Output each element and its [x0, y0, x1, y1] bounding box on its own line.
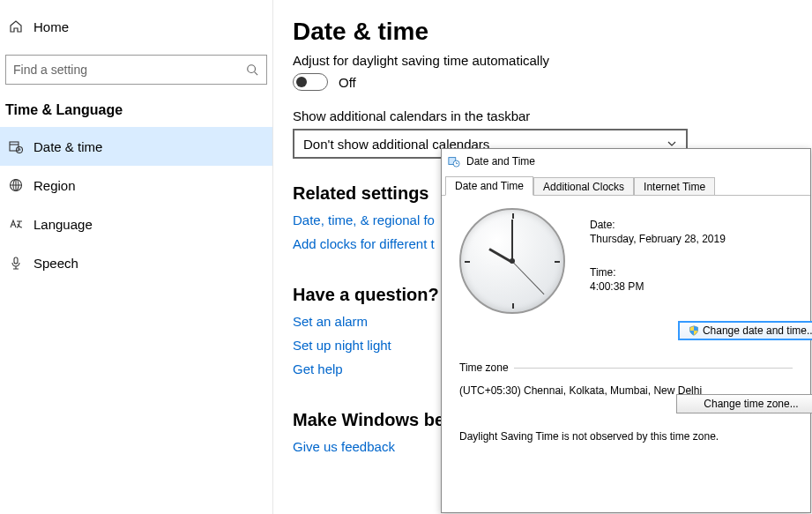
tab-internet-time[interactable]: Internet Time	[634, 177, 715, 196]
change-time-zone-label: Change time zone...	[704, 398, 798, 410]
sidebar-section-title: Time & Language	[5, 102, 272, 118]
sidebar-item-date-time[interactable]: Date & time	[0, 127, 272, 166]
timezone-heading: Time zone	[459, 361, 509, 374]
change-date-time-button[interactable]: Change date and time...	[678, 321, 812, 340]
page-title: Date & time	[293, 18, 812, 46]
dialog-tabs: Date and Time Additional Clocks Internet…	[442, 174, 810, 195]
dst-label: Adjust for daylight saving time automati…	[293, 53, 812, 68]
search-settings[interactable]	[5, 55, 267, 85]
svg-rect-1	[10, 142, 19, 151]
link-feedback[interactable]: Give us feedback	[293, 439, 395, 454]
analog-clock	[459, 208, 565, 314]
calendars-label: Show additional calendars in the taskbar	[293, 108, 812, 123]
clock-calendar-icon	[447, 154, 461, 168]
calendar-clock-icon	[9, 139, 23, 153]
sidebar-item-label: Region	[34, 178, 76, 193]
dst-toggle[interactable]	[293, 73, 328, 91]
link-get-help[interactable]: Get help	[293, 361, 343, 376]
dst-state: Off	[339, 75, 356, 90]
divider	[514, 368, 793, 369]
time-label: Time:	[590, 266, 726, 279]
time-value: 4:00:38 PM	[590, 280, 726, 293]
tab-additional-clocks[interactable]: Additional Clocks	[533, 177, 634, 196]
search-input[interactable]	[13, 63, 245, 77]
change-time-zone-button[interactable]: Change time zone...	[676, 394, 812, 413]
search-icon	[245, 63, 259, 77]
link-regional-format[interactable]: Date, time, & regional fo	[293, 212, 435, 227]
language-icon	[9, 217, 23, 231]
svg-point-0	[248, 65, 256, 73]
change-date-time-label: Change date and time...	[703, 324, 812, 337]
link-set-alarm[interactable]: Set an alarm	[293, 314, 368, 329]
sidebar-item-label: Language	[34, 217, 93, 232]
date-value: Thursday, February 28, 2019	[590, 233, 726, 245]
sidebar-item-region[interactable]: Region	[0, 166, 272, 205]
sidebar-item-language[interactable]: Language	[0, 205, 272, 243]
link-add-clocks[interactable]: Add clocks for different t	[293, 236, 435, 251]
tab-date-and-time[interactable]: Date and Time	[445, 176, 533, 196]
globe-icon	[9, 178, 23, 192]
dialog-title-text: Date and Time	[466, 155, 535, 168]
nav-home-label: Home	[34, 19, 69, 34]
svg-rect-5	[14, 257, 18, 264]
microphone-icon	[9, 256, 23, 270]
settings-sidebar: Home Time & Language Date & time Region	[0, 0, 273, 514]
home-icon	[9, 19, 23, 34]
date-label: Date:	[590, 219, 726, 231]
toggle-knob	[296, 77, 307, 87]
link-night-light[interactable]: Set up night light	[293, 338, 391, 353]
nav-home[interactable]: Home	[0, 9, 272, 44]
dst-note: Daylight Saving Time is not observed by …	[459, 430, 793, 443]
sidebar-item-label: Speech	[34, 256, 78, 271]
tab-panel-date-time: Date: Thursday, February 28, 2019 Time: …	[442, 195, 810, 455]
shield-icon	[689, 325, 699, 336]
sidebar-item-speech[interactable]: Speech	[0, 243, 272, 282]
sidebar-item-label: Date & time	[34, 139, 102, 154]
date-time-dialog: Date and Time Date and Time Additional C…	[441, 148, 811, 513]
dialog-titlebar[interactable]: Date and Time	[442, 149, 810, 174]
